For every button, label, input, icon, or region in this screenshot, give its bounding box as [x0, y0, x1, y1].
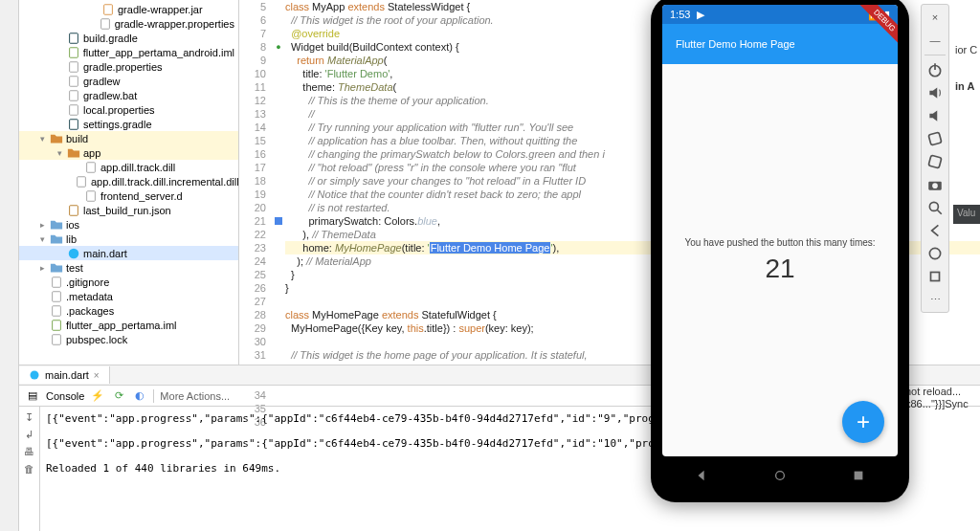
folder-icon [50, 232, 63, 246]
tree-item-label: gradle.properties [83, 61, 163, 73]
nav-home-icon[interactable] [773, 469, 787, 482]
tree-item[interactable]: ▸ios [19, 217, 238, 232]
tree-item[interactable]: app.dill.track.dill [19, 160, 238, 174]
behind-text: in A [955, 80, 974, 92]
restart-icon[interactable]: ⟳ [111, 388, 126, 404]
left-tool-gutter[interactable] [0, 0, 19, 531]
tab-main-dart[interactable]: main.dart × [19, 366, 110, 384]
behind-panel: Valu [953, 205, 980, 224]
tree-item[interactable]: main.dart [19, 246, 238, 260]
file-icon [67, 103, 80, 117]
camera-icon[interactable] [926, 176, 944, 193]
tree-item[interactable]: last_build_run.json [19, 203, 238, 217]
tree-item-label: test [66, 262, 83, 274]
tree-item-label: flutter_app_pertama_android.iml [83, 47, 234, 58]
file-icon [50, 333, 63, 346]
svg-point-27 [932, 183, 938, 188]
overview-icon[interactable] [926, 268, 944, 285]
tree-item[interactable]: gradlew.bat [19, 88, 238, 102]
devtools-icon[interactable]: ◐ [132, 388, 147, 404]
rotate-left-icon[interactable] [926, 130, 944, 147]
file-icon [67, 89, 80, 102]
rotate-right-icon[interactable] [926, 153, 944, 170]
tree-item[interactable]: frontend_server.d [19, 188, 238, 203]
tree-item[interactable]: app.dill.track.dill.incremental.dill [19, 174, 238, 188]
clear-icon[interactable]: 🗑 [23, 462, 36, 476]
console-gutter: ↧ ↲ 🖶 🗑 [19, 407, 40, 531]
nav-back-icon[interactable] [695, 469, 708, 482]
tree-item[interactable]: ▾app [19, 145, 238, 160]
app-bar-title: Flutter Demo Home Page [676, 38, 795, 50]
tree-item-label: app [83, 147, 100, 159]
tree-item[interactable]: flutter_app_pertama_android.iml [19, 45, 238, 59]
svg-rect-0 [104, 4, 113, 14]
emulator-screen[interactable]: 1:53 ▶ 📶 ▮ Flutter Demo Home Page DEBUG … [662, 5, 898, 456]
console-toggle-icon[interactable]: ▤ [25, 388, 40, 404]
tree-item[interactable]: gradle-wrapper.jar [19, 2, 238, 16]
tree-item-label: build.gradle [83, 33, 138, 44]
hot-reload-icon[interactable]: ⚡ [90, 388, 105, 404]
volume-down-icon[interactable] [926, 107, 944, 124]
behind-text: ior C [955, 44, 977, 55]
scroll-down-icon[interactable]: ↧ [23, 410, 36, 424]
file-icon [67, 75, 80, 88]
tree-item[interactable]: pubspec.lock [19, 332, 238, 346]
tree-item[interactable]: ▸test [19, 260, 238, 275]
tree-item[interactable]: .packages [19, 303, 238, 318]
fab-add-button[interactable]: + [842, 401, 884, 443]
zoom-icon[interactable] [926, 199, 944, 216]
tree-item[interactable]: .metadata [19, 289, 238, 303]
project-tree[interactable]: gradle-wrapper.jargradle-wrapper.propert… [19, 0, 239, 365]
tree-item[interactable]: build.gradle [19, 31, 238, 45]
tree-item-label: ios [66, 219, 79, 231]
svg-point-28 [929, 202, 938, 210]
tab-label: main.dart [45, 369, 89, 381]
power-icon[interactable] [926, 61, 944, 78]
back-icon[interactable] [926, 222, 944, 239]
file-icon [67, 60, 80, 74]
tree-item-label: frontend_server.d [100, 190, 183, 202]
more-actions-link[interactable]: More Actions... [160, 390, 230, 402]
file-icon [99, 17, 112, 31]
svg-rect-8 [70, 119, 78, 129]
counter-value: 21 [765, 254, 794, 284]
svg-line-29 [937, 210, 942, 214]
tree-item[interactable]: gradlew [19, 74, 238, 88]
folder-icon [50, 261, 63, 275]
tree-item-label: app.dill.track.dill [100, 162, 175, 173]
tree-item[interactable]: gradle-wrapper.properties [19, 16, 238, 31]
svg-rect-31 [931, 273, 940, 281]
tree-item[interactable]: .gitignore [19, 275, 238, 289]
close-icon[interactable]: × [926, 9, 944, 26]
tree-item[interactable]: flutter_app_pertama.iml [19, 318, 238, 332]
nav-recent-icon[interactable] [852, 469, 865, 482]
print-icon[interactable]: 🖶 [23, 445, 36, 458]
tree-item-label: .packages [66, 305, 114, 317]
tree-item[interactable]: gradle.properties [19, 59, 238, 74]
minimize-icon[interactable]: — [926, 32, 944, 49]
gradle-icon [67, 118, 80, 131]
tree-item[interactable]: ▾lib [19, 232, 238, 246]
tree-item-label: pubspec.lock [66, 334, 127, 345]
tree-item-label: gradlew.bat [83, 90, 137, 101]
volume-up-icon[interactable] [926, 84, 944, 101]
tree-item[interactable]: settings.gradle [19, 117, 238, 131]
file-icon [84, 161, 98, 174]
wrap-icon[interactable]: ↲ [23, 428, 36, 441]
home-icon[interactable] [926, 245, 944, 262]
svg-rect-25 [928, 155, 942, 168]
more-icon[interactable]: ⋯ [926, 291, 944, 308]
file-icon [75, 175, 88, 188]
tree-item-label: app.dill.track.dill.incremental.dill [91, 176, 239, 188]
tree-item-label: flutter_app_pertama.iml [66, 320, 177, 331]
tree-item-label: build [66, 133, 88, 144]
tree-item[interactable]: local.properties [19, 102, 238, 117]
tree-item-label: settings.gradle [83, 119, 152, 130]
android-emulator: 1:53 ▶ 📶 ▮ Flutter Demo Home Page DEBUG … [651, 0, 909, 502]
svg-rect-1 [100, 18, 109, 29]
tree-item[interactable]: ▾build [19, 131, 238, 145]
svg-point-30 [929, 248, 940, 258]
app-bar: Flutter Demo Home Page [662, 24, 898, 64]
close-icon[interactable]: × [94, 370, 100, 381]
iml-icon [50, 319, 63, 332]
